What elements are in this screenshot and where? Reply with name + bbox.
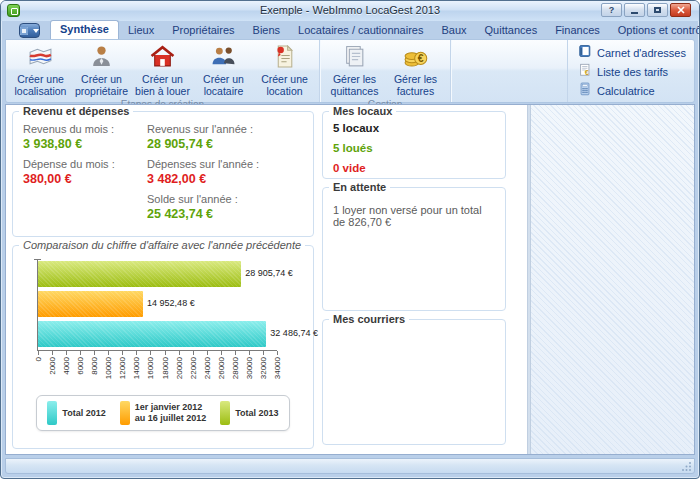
manage-invoices-label: Gérer les factures [394, 74, 437, 98]
axis-tick [150, 351, 151, 355]
dock-area [531, 105, 694, 454]
bar-fill [38, 291, 143, 317]
invoices-icon: € [403, 44, 428, 73]
main-content: Revenu et dépenses Revenus du mois :3 93… [5, 104, 695, 455]
revenue-label: Dépenses sur l'année : [147, 158, 259, 170]
axis-tick-label: 26000 [217, 357, 226, 389]
create-tenant-label: Créer un locataire [203, 74, 244, 98]
minimize-button[interactable] [624, 3, 645, 17]
revenue-column: Revenus du mois :3 938,80 €Dépense du mo… [23, 123, 131, 228]
axis-tick-label: 32000 [259, 357, 268, 389]
create-localisation-label: Créer une localisation [15, 74, 67, 98]
bar-fill [38, 321, 266, 347]
chart-legend: Total 20121er janvier 2012 au 16 juillet… [36, 395, 289, 431]
resize-grip[interactable] [682, 461, 692, 471]
create-tenant-button[interactable]: Créer un locataire [193, 42, 254, 98]
create-lease-label: Créer une location [261, 74, 308, 98]
chart-bar-total-2013: 28 905,74 € [38, 261, 277, 287]
axis-tick [277, 351, 278, 355]
legend-item-total-2013: Total 2013 [220, 401, 278, 425]
axis-tick-label: 0 [34, 357, 43, 389]
revenue-value: 3 482,00 € [147, 172, 259, 186]
svg-text:€: € [585, 67, 589, 76]
create-owner-label: Créer un propriétaire [75, 74, 128, 98]
legend-swatch [220, 401, 230, 425]
axis-tick [221, 351, 222, 355]
revenue-label: Dépense du mois : [23, 158, 131, 170]
ribbon-quick-buttons: Carnet d'adresses€Liste des tarifsCalcul… [567, 40, 694, 102]
title-bar[interactable]: Exemple - WebImmo LocaGest 2013 ? [1, 1, 699, 21]
close-button[interactable] [670, 3, 691, 17]
axis-tick-label: 10000 [104, 357, 113, 389]
panel-courriers: Mes courriers [322, 319, 506, 445]
axis-tick-label: 6000 [76, 357, 85, 389]
axis-tick [122, 351, 123, 355]
address-book-button[interactable]: Carnet d'adresses [578, 43, 686, 62]
ribbon: Créer une localisationCréer un propriéta… [5, 39, 695, 103]
locaux-stats: 5 locaux5 loués0 vide [323, 112, 505, 174]
ribbon-groups: Créer une localisationCréer un propriéta… [6, 40, 451, 102]
calculator-button[interactable]: Calculatrice [578, 81, 686, 100]
panel-attente: En attente 1 loyer non versé pour un tot… [322, 187, 506, 311]
chart-x-axis: 0200040006000800010000120001400016000180… [38, 351, 277, 395]
tab-synthese[interactable]: Synthèse [50, 20, 119, 39]
restore-button[interactable] [647, 3, 668, 17]
axis-tick [249, 351, 250, 355]
create-property-button[interactable]: Créer un bien à louer [132, 42, 193, 98]
status-bar [5, 458, 695, 474]
tab-proprietaires[interactable]: Propriétaires [163, 22, 243, 39]
attente-message: 1 loyer non versé pour un total de 826,7… [323, 188, 505, 228]
axis-tick [165, 351, 166, 355]
create-owner-button[interactable]: Créer un propriétaire [71, 42, 132, 98]
axis-tick [136, 351, 137, 355]
dashboard-area: Revenu et dépenses Revenus du mois :3 93… [6, 105, 527, 454]
minimize-icon [631, 12, 638, 14]
axis-tick-label: 14000 [132, 357, 141, 389]
revenue-value: 28 905,74 € [147, 137, 259, 151]
tariff-list-button[interactable]: €Liste des tarifs [578, 62, 686, 81]
bar-fill [38, 261, 241, 287]
axis-tick-label: 12000 [118, 357, 127, 389]
tab-locataires-cautionnaires[interactable]: Locataires / cautionnaires [289, 22, 432, 39]
axis-tick-label: 30000 [245, 357, 254, 389]
tab-biens[interactable]: Biens [244, 22, 290, 39]
tab-lieux[interactable]: Lieux [119, 22, 163, 39]
tariff-list-label: Liste des tarifs [597, 66, 668, 78]
chart-bar-1er-janvier-2012-au-16-juillet-2012: 14 952,48 € [38, 291, 277, 317]
panel-locaux-title: Mes locaux [329, 105, 396, 117]
address-book-icon [578, 44, 592, 62]
axis-tick [66, 351, 67, 355]
svg-text:€: € [418, 53, 424, 64]
panel-locaux: Mes locaux 5 locaux5 loués0 vide [322, 111, 506, 179]
owner-icon [89, 44, 114, 73]
locaux-stat: 5 locaux [333, 122, 495, 134]
ribbon-tabs: SynthèseLieuxPropriétairesBiensLocataire… [50, 21, 700, 39]
calculator-label: Calculatrice [597, 85, 654, 97]
window-title: Exemple - WebImmo LocaGest 2013 [1, 4, 699, 16]
tab-quittances[interactable]: Quittances [476, 22, 547, 39]
bar-chart: 28 905,74 €14 952,48 €32 486,74 € 020004… [13, 246, 313, 431]
tab-options-et-controles[interactable]: Options et contrôles [609, 22, 700, 39]
map-icon [28, 44, 53, 73]
help-button[interactable]: ? [601, 3, 622, 17]
manage-invoices-button[interactable]: €Gérer les factures [385, 42, 446, 98]
tab-baux[interactable]: Baux [432, 22, 475, 39]
axis-tick [207, 351, 208, 355]
revenue-label: Solde sur l'année : [147, 193, 259, 205]
bar-value-label: 32 486,74 € [270, 328, 318, 338]
legend-item-total-2012: Total 2012 [47, 401, 105, 425]
application-menu-button[interactable] [19, 23, 40, 38]
manage-receipts-button[interactable]: Gérer les quittances [324, 42, 385, 98]
bar-value-label: 28 905,74 € [245, 268, 293, 278]
axis-tick-label: 22000 [189, 357, 198, 389]
ribbon-group-etapes-de-creation: Créer une localisationCréer un propriéta… [6, 40, 320, 102]
revenue-value: 380,00 € [23, 172, 131, 186]
axis-tick-label: 18000 [161, 357, 170, 389]
legend-item-1er-janvier-2012-au-16-juillet-2012: 1er janvier 2012 au 16 juillet 2012 [120, 401, 207, 425]
create-lease-button[interactable]: Créer une location [254, 42, 315, 98]
tab-finances[interactable]: Finances [546, 22, 609, 39]
house-icon [150, 44, 175, 73]
locaux-stat: 0 vide [333, 162, 495, 174]
create-localisation-button[interactable]: Créer une localisation [10, 42, 71, 98]
receipts-icon [342, 44, 367, 73]
